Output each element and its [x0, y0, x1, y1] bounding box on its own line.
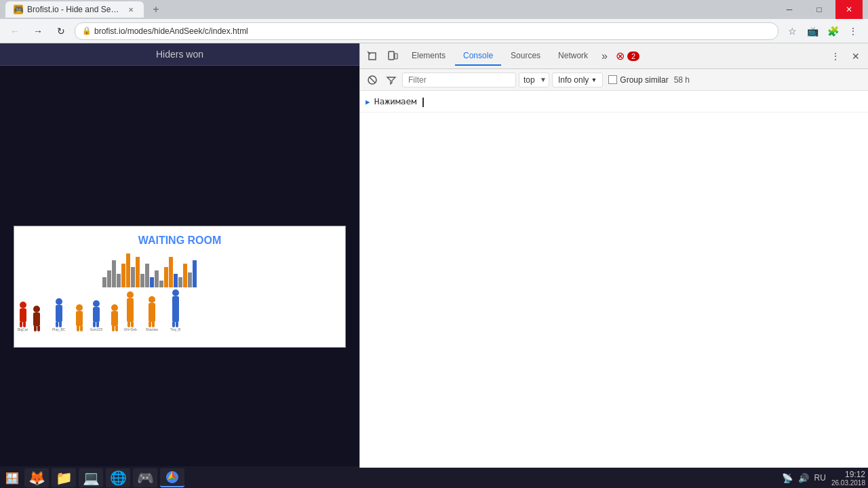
devtools-menu: ⋮ ✕: [826, 47, 865, 66]
browser-tab[interactable]: 🎮 Brofist.io - Hide and See... ✕: [5, 1, 144, 18]
minimize-button[interactable]: ─: [776, 0, 803, 19]
svg-rect-1: [395, 54, 397, 59]
more-tabs-button[interactable]: »: [597, 50, 612, 62]
url-bar[interactable]: 🔒 brofist.io/modes/hideAndSeek/c/index.h…: [75, 22, 778, 40]
device-toolbar-button[interactable]: [383, 47, 402, 66]
waiting-room-title: WAITING ROOM: [14, 235, 345, 247]
title-bar: 🎮 Brofist.io - Hide and See... ✕ + ─ □ ✕: [0, 0, 868, 19]
console-output: ▶ Нажимаем: [360, 91, 868, 468]
game-area: WAITING ROOM: [0, 66, 359, 466]
taskbar-browser[interactable]: 🌐: [106, 468, 130, 487]
group-similar-area: Group similar: [608, 75, 668, 85]
group-similar-checkbox[interactable]: [608, 75, 617, 84]
main-area: Hiders won WAITING ROOM: [0, 43, 868, 468]
hiders-won-text: Hiders won: [156, 49, 203, 60]
context-select[interactable]: top: [519, 73, 549, 87]
error-badge: 2: [627, 52, 639, 61]
new-tab-button[interactable]: +: [148, 1, 164, 18]
tab-close-button[interactable]: ✕: [126, 5, 136, 14]
webpage-panel: Hiders won WAITING ROOM: [0, 43, 359, 468]
taskbar-game[interactable]: 🎮: [133, 468, 157, 487]
forward-button[interactable]: →: [28, 22, 47, 41]
maximize-button[interactable]: □: [806, 0, 833, 19]
puzzle-icon[interactable]: 🧩: [823, 22, 842, 41]
taskbar-fox[interactable]: 🦊: [24, 468, 49, 487]
tab-sources[interactable]: Sources: [502, 47, 549, 66]
volume-icon: 🔊: [798, 473, 809, 483]
console-cursor: [422, 98, 424, 107]
taskbar-chrome[interactable]: [160, 468, 184, 487]
log-level-button[interactable]: Info only ▼: [552, 73, 603, 87]
log-level-label: Info only: [558, 75, 589, 85]
log-level-arrow-icon: ▼: [591, 77, 597, 83]
expand-arrow-icon[interactable]: ▶: [366, 98, 370, 106]
start-button[interactable]: 🪟: [3, 468, 22, 487]
console-message: Нажимаем: [374, 96, 863, 107]
group-similar-label: Group similar: [620, 75, 668, 85]
network-icon: 📡: [782, 473, 793, 483]
taskbar-right: 📡 🔊 RU 19:12 26.03.2018: [782, 470, 865, 487]
browser-toolbar: ☆ 📺 🧩 ⋮: [783, 22, 863, 41]
devtools-panel: Elements Console Sources Network » ⊗ 2 ⋮…: [359, 43, 868, 468]
tab-favicon: 🎮: [14, 5, 23, 14]
language-indicator[interactable]: RU: [814, 473, 826, 483]
tab-elements[interactable]: Elements: [403, 47, 454, 66]
tab-network[interactable]: Network: [550, 47, 596, 66]
console-entry: ▶ Нажимаем: [360, 94, 868, 113]
clock-date: 26.03.2018: [831, 479, 865, 487]
inspect-element-button[interactable]: [363, 47, 382, 66]
cast-icon[interactable]: 📺: [803, 22, 822, 41]
svg-line-3: [370, 77, 375, 83]
menu-icon[interactable]: ⋮: [844, 22, 863, 41]
close-button[interactable]: ✕: [835, 0, 863, 19]
filter-input[interactable]: [402, 73, 516, 87]
taskbar-computer[interactable]: 💻: [79, 468, 103, 487]
refresh-button[interactable]: ↻: [52, 22, 71, 41]
taskbar-files[interactable]: 📁: [52, 468, 76, 487]
message-count: 58 h: [674, 75, 690, 85]
devtools-tabs: Elements Console Sources Network » ⊗ 2 ⋮…: [360, 43, 868, 69]
window-controls: ─ □ ✕: [776, 0, 863, 19]
tab-console[interactable]: Console: [455, 47, 501, 66]
hiders-won-bar: Hiders won: [0, 43, 359, 66]
context-select-wrapper: top ▼: [519, 73, 549, 87]
taskbar-clock: 19:12 26.03.2018: [831, 470, 865, 487]
devtools-settings-button[interactable]: ⋮: [826, 47, 845, 66]
devtools-close-button[interactable]: ✕: [846, 47, 865, 66]
filter-button[interactable]: [383, 72, 399, 88]
address-bar: ← → ↻ 🔒 brofist.io/modes/hideAndSeek/c/i…: [0, 19, 868, 43]
bookmark-icon[interactable]: ☆: [783, 22, 802, 41]
back-button[interactable]: ←: [5, 22, 24, 41]
taskbar: 🪟 🦊 📁 💻 🌐 🎮 📡 🔊 RU 19:12 26.03.2018: [0, 468, 868, 488]
svg-rect-0: [389, 52, 394, 60]
game-screenshot: WAITING ROOM: [14, 226, 346, 348]
lock-icon: 🔒: [82, 26, 92, 35]
tab-title: Brofist.io - Hide and See...: [27, 5, 122, 14]
clock-time: 19:12: [831, 470, 865, 479]
clear-console-button[interactable]: [364, 72, 380, 88]
url-text: brofist.io/modes/hideAndSeek/c/index.htm…: [94, 26, 248, 36]
console-toolbar: top ▼ Info only ▼ Group similar 58 h: [360, 69, 868, 91]
